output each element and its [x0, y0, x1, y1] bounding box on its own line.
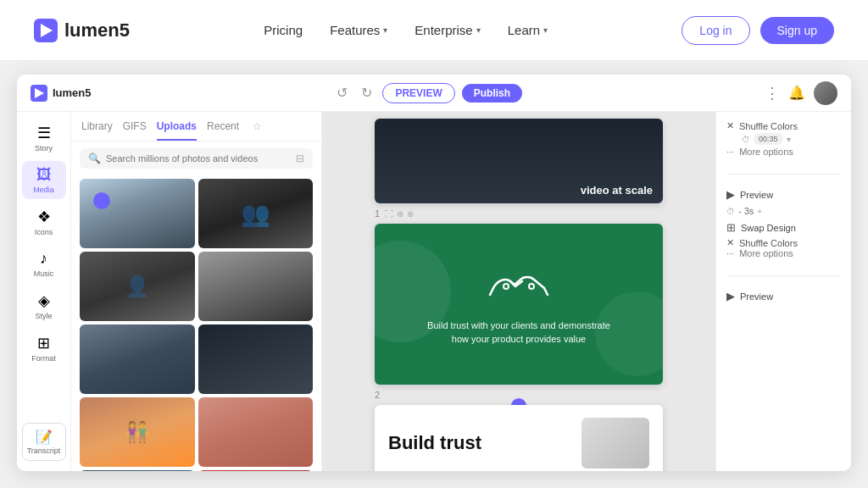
slide-0-wrapper: video at scale [375, 119, 663, 203]
more-icon-bottom: ··· [726, 248, 734, 258]
login-button[interactable]: Log in [682, 16, 749, 45]
media-tabs: Library GIFS Uploads Recent ☆ [71, 112, 321, 141]
user-avatar[interactable] [814, 81, 837, 105]
shuffle-colors-row-bottom[interactable]: ✕ Shuffle Colors [726, 237, 841, 248]
slide-2[interactable]: Build trust [375, 405, 663, 471]
slide-1-text: Build trust with your clients and demons… [426, 319, 612, 347]
app-window: lumen5 ↺ ↻ PREVIEW Publish ⋮ 🔔 ☰ Story 🖼… [17, 75, 851, 471]
media-panel: Library GIFS Uploads Recent ☆ 🔍 ⊟ 👥 👤 [71, 112, 322, 471]
icons-icon: ❖ [37, 208, 51, 226]
preview-row-2[interactable]: ▶ Preview [726, 286, 841, 306]
media-thumb-5[interactable] [80, 324, 195, 394]
divider-1 [726, 174, 841, 175]
publish-button[interactable]: Publish [462, 84, 522, 103]
media-search-bar: 🔍 ⊟ [80, 148, 313, 169]
slide-1-controls: ⛶ ⊕ ⊗ [385, 209, 414, 219]
lumen5-logo-icon [34, 19, 58, 42]
tab-library[interactable]: Library [81, 120, 113, 141]
nav-links: Pricing Features ▾ Enterprise ▾ Learn ▾ [264, 23, 548, 37]
media-thumb-2[interactable]: 👥 [198, 179, 314, 248]
more-options-row-bottom[interactable]: ··· More options [726, 248, 841, 258]
app-topbar-right: ⋮ 🔔 [765, 81, 837, 105]
slide-delete-icon[interactable]: ⊗ [407, 209, 414, 219]
media-thumb-9[interactable] [80, 470, 195, 471]
slide-2-number: 2 [375, 390, 380, 400]
sidebar-item-format[interactable]: ⊞ Format [22, 329, 66, 368]
media-icon: 🖼 [36, 166, 52, 184]
more-options-icon[interactable]: ⋮ [765, 84, 780, 103]
media-grid: 👥 👤 👫 🧍 [71, 175, 321, 471]
chevron-down-icon: ▾ [383, 25, 387, 35]
svg-point-4 [504, 284, 509, 289]
logo-text: lumen5 [64, 19, 130, 42]
media-thumb-6[interactable] [198, 324, 314, 394]
slide-expand-icon[interactable]: ⛶ [385, 209, 393, 219]
tab-recent[interactable]: Recent [207, 120, 239, 141]
app-logo-text: lumen5 [53, 86, 92, 99]
clock-icon-bottom: ⏱ [726, 207, 735, 216]
app-topbar-center: ↺ ↻ PREVIEW Publish [333, 81, 522, 104]
shuffle-icon-top: ✕ [726, 120, 734, 131]
shuffle-icon-bottom: ✕ [726, 237, 734, 248]
shuffle-colors-row-top[interactable]: ✕ Shuffle Colors [726, 120, 841, 131]
sidebar-item-icons[interactable]: ❖ Icons [22, 202, 66, 241]
preview-row[interactable]: ▶ Preview [726, 185, 841, 204]
media-thumb-3[interactable]: 👤 [80, 252, 195, 321]
more-icon-top: ··· [726, 147, 734, 157]
slide-1[interactable]: Build trust with your clients and demons… [375, 224, 663, 385]
music-icon: ♪ [40, 250, 47, 268]
media-thumb-8[interactable] [198, 397, 314, 467]
nav-learn[interactable]: Learn ▾ [508, 23, 548, 37]
redo-button[interactable]: ↻ [358, 81, 376, 104]
sidebar-item-story[interactable]: ☰ Story [22, 119, 66, 158]
nav-enterprise[interactable]: Enterprise ▾ [415, 23, 480, 37]
canvas-area: video at scale 1 ⛶ ⊕ ⊗ [322, 112, 715, 471]
chevron-down-icon: ▾ [476, 25, 481, 35]
media-thumb-7[interactable]: 👫 [80, 397, 195, 467]
sidebar-item-media[interactable]: 🖼 Media [22, 161, 66, 199]
more-options-row-top[interactable]: ··· More options [726, 147, 841, 157]
app-main: ☰ Story 🖼 Media ❖ Icons ♪ Music ◈ Style … [17, 112, 851, 471]
tab-uploads[interactable]: Uploads [157, 120, 197, 141]
nav-pricing[interactable]: Pricing [264, 23, 303, 37]
bell-icon[interactable]: 🔔 [788, 85, 805, 101]
app-logo-icon [31, 85, 47, 102]
nav-actions: Log in Sign up [682, 16, 834, 45]
timer-edit-icon-bottom[interactable]: + [757, 207, 762, 216]
timer-edit-icon-top[interactable]: ▾ [787, 135, 791, 144]
right-section-bottom: ▶ Preview ⏱ - 3s + ⊞ Swap Design ✕ Shuff… [726, 185, 841, 258]
svg-line-6 [490, 288, 493, 295]
preview-button[interactable]: PREVIEW [382, 83, 454, 103]
favorite-icon[interactable]: ☆ [253, 120, 262, 141]
media-thumb-10[interactable]: 🧍 [198, 470, 314, 471]
top-navigation: lumen5 Pricing Features ▾ Enterprise ▾ L… [0, 0, 868, 61]
slide-0-text: video at scale [581, 184, 653, 197]
right-section-top: ✕ Shuffle Colors ⏱ 00:35 ▾ ··· More opti… [726, 120, 841, 157]
story-icon: ☰ [37, 124, 51, 142]
nav-features[interactable]: Features ▾ [330, 23, 387, 37]
slide-0[interactable]: video at scale [375, 119, 663, 203]
sidebar-item-transcript[interactable]: 📝 Transcript [22, 423, 66, 461]
timer-value-bottom: - 3s [738, 206, 754, 216]
chevron-down-icon: ▾ [543, 25, 548, 35]
sidebar-item-style[interactable]: ◈ Style [22, 286, 66, 325]
divider-2 [726, 275, 841, 276]
app-topbar: lumen5 ↺ ↻ PREVIEW Publish ⋮ 🔔 [17, 75, 851, 112]
sidebar-item-music[interactable]: ♪ Music [22, 245, 66, 283]
media-thumb-1[interactable] [80, 179, 195, 248]
play-icon-2: ▶ [726, 290, 735, 302]
filter-icon[interactable]: ⊟ [296, 152, 304, 164]
logo[interactable]: lumen5 [34, 19, 130, 42]
clock-icon-top: ⏱ [742, 135, 750, 144]
undo-button[interactable]: ↺ [333, 81, 351, 104]
slide-1-label-row: 1 ⛶ ⊕ ⊗ [375, 208, 663, 219]
swap-design-row[interactable]: ⊞ Swap Design [726, 218, 841, 237]
slide-add-icon[interactable]: ⊕ [397, 209, 403, 219]
handshake-icon [485, 263, 553, 308]
slide-2-thumbnail [581, 418, 649, 469]
signup-button[interactable]: Sign up [760, 17, 834, 44]
right-panel: ✕ Shuffle Colors ⏱ 00:35 ▾ ··· More opti… [715, 112, 851, 471]
media-thumb-4[interactable] [198, 252, 314, 321]
search-input[interactable] [106, 153, 291, 164]
tab-gifs[interactable]: GIFS [123, 120, 147, 141]
